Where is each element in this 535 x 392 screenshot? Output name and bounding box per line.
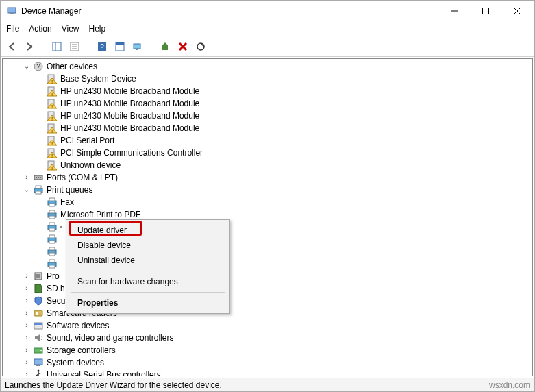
svg-rect-3 — [483, 8, 489, 14]
tree-item-label: Base System Device — [60, 73, 136, 85]
watermark: wsxdn.com — [489, 380, 530, 390]
svg-point-39 — [36, 177, 37, 178]
tree-row[interactable]: !HP un2430 Mobile Broadband Module — [3, 110, 532, 122]
ctx-scan-hardware[interactable]: Scan for hardware changes — [68, 274, 228, 289]
expand-toggle[interactable]: › — [22, 332, 32, 344]
collapse-toggle[interactable]: ⌄ — [22, 60, 32, 73]
expand-toggle[interactable]: › — [22, 344, 32, 356]
expand-toggle[interactable]: › — [22, 307, 32, 319]
uninstall-device-icon[interactable] — [175, 38, 191, 55]
expand-toggle[interactable]: › — [22, 171, 32, 184]
menu-view[interactable]: View — [62, 24, 79, 34]
svg-text:?: ? — [100, 43, 104, 51]
tree-item-label: Other devices — [47, 60, 97, 73]
tree-item-label: Secu — [47, 295, 65, 307]
tree-row[interactable]: ›Sound, video and game controllers — [3, 332, 532, 344]
action-icon[interactable] — [112, 38, 128, 55]
svg-rect-68 — [34, 323, 42, 325]
properties-icon[interactable] — [66, 38, 83, 55]
tree-row[interactable]: ›Universal Serial Bus controllers — [3, 369, 532, 376]
svg-text:!: ! — [51, 103, 53, 109]
device-tree[interactable]: ⌄?Other devices!Base System Device!HP un… — [3, 59, 532, 376]
storage-icon — [33, 345, 44, 356]
printer-icon — [47, 209, 58, 220]
tree-row[interactable]: !PCI Serial Port — [3, 134, 532, 147]
svg-rect-59 — [49, 253, 55, 256]
disable-device-icon[interactable] — [192, 38, 209, 55]
svg-text:!: ! — [51, 140, 53, 146]
ctx-update-driver[interactable]: Update driver — [68, 223, 228, 238]
tree-item-label: Ports (COM & LPT) — [47, 171, 118, 184]
expand-toggle[interactable]: › — [22, 295, 32, 307]
help-icon[interactable]: ? — [94, 38, 110, 55]
back-button[interactable] — [3, 38, 20, 55]
warn-device-icon: ! — [47, 160, 58, 171]
ctx-separator — [71, 292, 225, 293]
ctx-disable-device[interactable]: Disable device — [68, 238, 228, 253]
usb-icon — [33, 369, 44, 376]
svg-rect-72 — [36, 365, 40, 366]
tree-row[interactable]: ⌄Print queues — [3, 184, 532, 196]
show-hide-console-tree-icon[interactable] — [49, 38, 65, 55]
warn-device-icon: ! — [47, 147, 58, 158]
svg-point-74 — [38, 370, 40, 372]
tree-row[interactable]: !Base System Device — [3, 73, 532, 85]
expand-toggle[interactable]: › — [22, 319, 32, 332]
menu-help[interactable]: Help — [89, 24, 106, 34]
tree-row[interactable]: ⌄?Other devices — [3, 60, 532, 73]
svg-point-41 — [40, 177, 41, 178]
titlebar: Device Manager — [1, 1, 534, 21]
tree-item-label: HP un2430 Mobile Broadband Module — [60, 85, 199, 97]
scan-hardware-icon[interactable] — [129, 38, 146, 55]
tree-item-label: HP un2430 Mobile Broadband Module — [60, 97, 199, 110]
tree-row[interactable]: Fax — [3, 196, 532, 208]
tree-row[interactable]: !HP un2430 Mobile Broadband Module — [3, 97, 532, 110]
svg-rect-47 — [49, 204, 55, 206]
window-title: Device Manager — [21, 6, 81, 16]
tree-row[interactable]: ›Storage controllers — [3, 344, 532, 356]
expand-toggle[interactable]: › — [22, 356, 32, 369]
tree-row[interactable]: ›Software devices — [3, 319, 532, 332]
tree-item-label: Storage controllers — [47, 344, 116, 356]
svg-rect-50 — [49, 216, 55, 219]
tree-item-label: Print queues — [47, 184, 92, 196]
security-icon — [33, 295, 44, 306]
menu-file[interactable]: File — [6, 24, 19, 34]
forward-button[interactable] — [21, 38, 38, 55]
update-driver-icon[interactable] — [157, 38, 173, 55]
processor-icon — [33, 271, 44, 282]
svg-text:!: ! — [51, 79, 53, 84]
software-icon — [33, 320, 44, 331]
tree-row[interactable]: ›Ports (COM & LPT) — [3, 171, 532, 184]
tree-row[interactable]: !HP un2430 Mobile Broadband Module — [3, 85, 532, 97]
tree-row[interactable]: !Unknown device — [3, 159, 532, 171]
menu-action[interactable]: Action — [29, 24, 51, 34]
svg-rect-52 — [49, 223, 55, 225]
ctx-properties[interactable]: Properties — [68, 295, 228, 310]
maximize-button[interactable] — [470, 1, 501, 21]
svg-rect-66 — [36, 312, 38, 315]
ctx-uninstall-device[interactable]: Uninstall device — [68, 253, 228, 268]
tree-row[interactable]: !PCI Simple Communications Controller — [3, 147, 532, 159]
svg-rect-58 — [49, 247, 55, 250]
tree-item-label: SD h — [47, 282, 65, 295]
svg-rect-62 — [49, 265, 55, 268]
svg-rect-43 — [36, 186, 41, 188]
svg-rect-55 — [49, 235, 55, 238]
svg-rect-44 — [36, 191, 41, 194]
svg-rect-18 — [162, 45, 168, 50]
warn-device-icon: ! — [47, 135, 58, 146]
smartcard-icon — [33, 308, 44, 319]
close-button[interactable] — [501, 1, 533, 21]
collapse-toggle[interactable]: ⌄ — [22, 184, 32, 196]
unknown-category-icon: ? — [33, 61, 44, 72]
system-icon — [33, 357, 44, 368]
expand-toggle[interactable]: › — [22, 369, 32, 376]
tree-item-label: HP un2430 Mobile Broadband Module — [60, 110, 199, 122]
tree-row[interactable]: !HP un2430 Mobile Broadband Module — [3, 122, 532, 134]
expand-toggle[interactable]: › — [22, 282, 32, 295]
svg-rect-1 — [10, 13, 14, 14]
tree-row[interactable]: ›System devices — [3, 356, 532, 369]
expand-toggle[interactable]: › — [22, 270, 32, 282]
minimize-button[interactable] — [438, 1, 470, 21]
